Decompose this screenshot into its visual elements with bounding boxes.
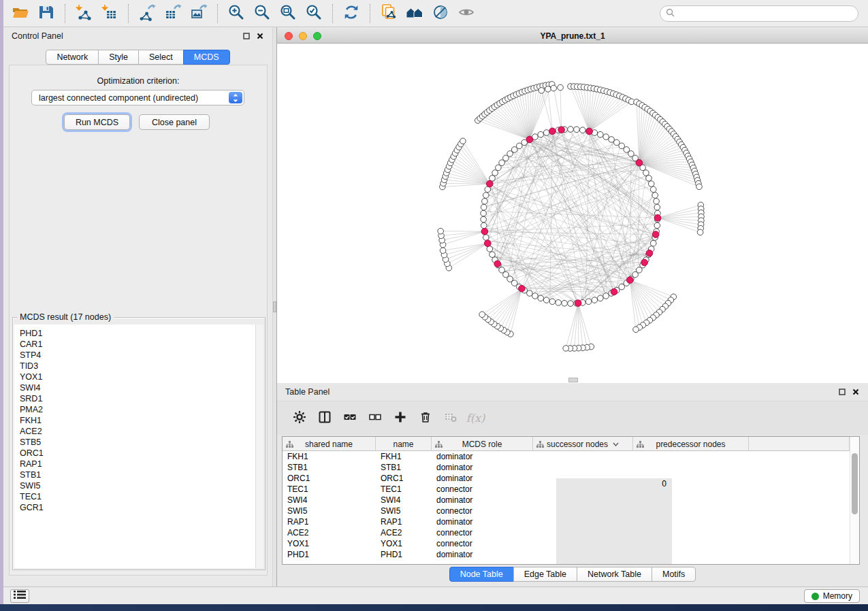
task-history-button[interactable]: [10, 589, 29, 603]
table-tabs: Node TableEdge TableNetwork TableMotifs: [277, 567, 868, 582]
zoom-in-button[interactable]: [223, 2, 249, 25]
cell-shared-name: RAP1: [283, 516, 376, 527]
export-table-button[interactable]: [160, 2, 186, 25]
column-header-MCDS-role[interactable]: MCDS role: [432, 437, 533, 451]
tab-edge-table[interactable]: Edge Table: [513, 567, 577, 582]
add-column-button[interactable]: [387, 407, 413, 430]
result-list-item[interactable]: SWI5: [20, 480, 255, 491]
cell-shared-name: FKH1: [283, 451, 376, 462]
zoom-selected-button[interactable]: [301, 2, 327, 25]
result-list-item[interactable]: STB1: [20, 469, 255, 480]
run-mcds-button[interactable]: Run MCDS: [64, 114, 130, 130]
result-list-item[interactable]: SWI4: [20, 382, 255, 393]
network-document-button[interactable]: [376, 2, 402, 25]
first-neighbors-button[interactable]: [402, 2, 428, 25]
close-panel-button[interactable]: Close panel: [139, 114, 210, 130]
delete-column-button[interactable]: [413, 407, 438, 430]
result-list-item[interactable]: ORC1: [20, 448, 255, 459]
cell-predecessor-nodes: 0: [556, 478, 672, 564]
show-columns-button[interactable]: [312, 407, 337, 430]
optimization-criterion-select[interactable]: largest connected component (undirected): [31, 90, 244, 105]
result-list-item[interactable]: ACE2: [20, 426, 255, 437]
table-row[interactable]: FKH1FKH1dominator962: [283, 451, 850, 462]
cell-name: SWI5: [376, 506, 432, 516]
tab-node-table[interactable]: Node Table: [449, 567, 514, 582]
column-header-shared-name[interactable]: shared name: [283, 437, 376, 451]
table-row[interactable]: STB1STB1dominator620: [283, 462, 850, 473]
tab-network[interactable]: Network: [46, 50, 99, 65]
memory-button[interactable]: Memory: [804, 589, 860, 603]
result-list-item[interactable]: YOX1: [20, 371, 255, 382]
tab-network-table[interactable]: Network Table: [577, 567, 652, 582]
mcds-result-list: PHD1CAR1STP4TID3YOX1SWI4SRD1PMA2FKH1ACE2…: [14, 325, 255, 568]
result-list-item[interactable]: STP4: [20, 350, 255, 361]
trash-icon: [419, 410, 432, 427]
show-hide-button[interactable]: [453, 2, 479, 25]
column-header-predecessor-nodes[interactable]: predecessor nodes: [633, 437, 749, 451]
cell-name: RAP1: [376, 516, 432, 527]
table-panel-title: Table Panel: [285, 387, 329, 397]
result-list-item[interactable]: SRD1: [20, 393, 255, 404]
control-panel-title: Control Panel: [12, 31, 63, 41]
zoom-fit-button[interactable]: [275, 2, 301, 25]
result-list-item[interactable]: PMA2: [20, 404, 255, 415]
open-session-button[interactable]: [7, 2, 33, 25]
column-label: name: [393, 440, 413, 449]
column-header-successor-nodes[interactable]: successor nodes: [533, 437, 633, 451]
splitter-handle[interactable]: [273, 301, 276, 312]
table-panel: Table Panel f(x) shared namenameMCDS rol…: [277, 383, 868, 587]
zoom-selected-icon: [305, 3, 323, 24]
import-network-icon: [75, 3, 93, 24]
select-all-button[interactable]: [337, 407, 362, 430]
import-network-button[interactable]: [71, 2, 97, 25]
deselect-all-button[interactable]: [362, 407, 387, 430]
result-list-item[interactable]: TID3: [20, 361, 255, 371]
cytoscape-window: Control Panel NetworkStyleSelectMCDS Opt…: [3, 0, 868, 604]
result-list-item[interactable]: TEC1: [20, 491, 255, 502]
network-canvas[interactable]: [277, 44, 868, 383]
tab-mcds[interactable]: MCDS: [183, 50, 230, 65]
control-panel-tabs: NetworkStyleSelectMCDS: [3, 50, 272, 65]
toolbar-separator: [217, 4, 218, 23]
tab-select[interactable]: Select: [138, 50, 184, 65]
save-session-button[interactable]: [33, 2, 59, 25]
result-list-item[interactable]: RAP1: [20, 459, 255, 469]
table-scrollbar[interactable]: [850, 437, 859, 564]
result-list-scrollbar[interactable]: [255, 325, 263, 568]
table-close-icon[interactable]: [852, 388, 860, 396]
float-panel-icon[interactable]: [242, 32, 251, 40]
result-list-item[interactable]: PHD1: [20, 328, 255, 339]
export-image-button[interactable]: [186, 2, 212, 25]
import-table-button[interactable]: [97, 2, 123, 25]
tab-style[interactable]: Style: [98, 50, 139, 65]
apply-layout-button[interactable]: [338, 2, 364, 25]
result-list-item[interactable]: GCR1: [20, 502, 255, 513]
cell-shared-name: PHD1: [283, 549, 376, 560]
cell-name: ACE2: [376, 527, 432, 538]
scrollbar-thumb[interactable]: [852, 453, 858, 514]
table-float-icon[interactable]: [838, 388, 846, 396]
horizontal-splitter-handle[interactable]: [568, 378, 578, 382]
table-row[interactable]: PHD1PHD1dominator180: [283, 549, 850, 560]
result-list-item[interactable]: STB5: [20, 437, 255, 448]
toolbar-separator: [370, 4, 370, 23]
table-settings-button[interactable]: [287, 407, 312, 430]
close-icon[interactable]: [256, 32, 264, 40]
column-label: MCDS role: [462, 440, 502, 449]
vizmap-button[interactable]: [428, 2, 453, 25]
sort-chevron-icon[interactable]: [613, 442, 619, 446]
export-image-icon: [190, 3, 208, 24]
select-all-icon: [343, 410, 357, 427]
cell-shared-name: ORC1: [283, 473, 376, 484]
memory-label: Memory: [823, 591, 852, 601]
export-network-button[interactable]: [134, 2, 160, 25]
result-list-item[interactable]: CAR1: [20, 339, 255, 350]
zoom-out-button[interactable]: [249, 2, 275, 25]
vertical-splitter[interactable]: [272, 27, 277, 587]
column-header-name[interactable]: name: [376, 437, 432, 451]
table-toolbar: f(x): [277, 401, 868, 435]
tab-motifs[interactable]: Motifs: [652, 567, 696, 582]
result-list-item[interactable]: FKH1: [20, 415, 255, 426]
search-input[interactable]: [678, 7, 858, 20]
column-type-icon: [536, 440, 544, 450]
